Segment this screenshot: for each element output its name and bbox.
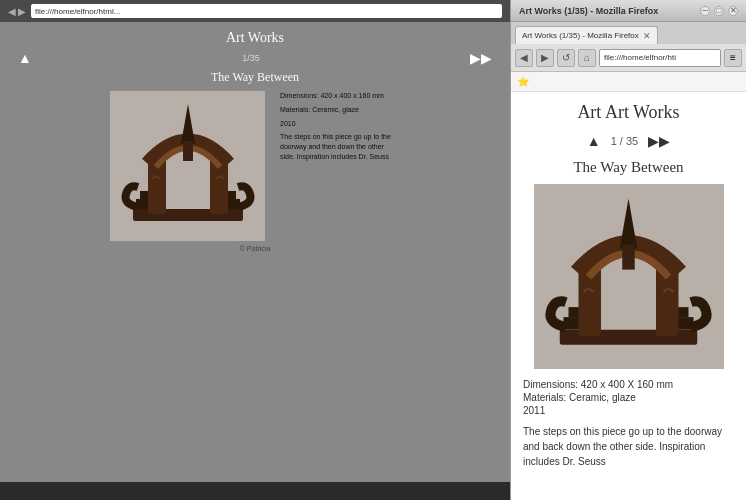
firefox-window-controls: ─ □ ✕ [700, 6, 738, 16]
left-sculpture [110, 91, 265, 241]
left-page-title: Art Works [226, 30, 284, 46]
firefox-bookmark-bar: ⭐ [511, 72, 746, 92]
left-pagination: 1/35 [242, 53, 260, 63]
left-artwork-info: Dimensions: 420 x 400 x 160 mm Materials… [280, 91, 400, 166]
forward-icon: ▶ [541, 52, 549, 63]
sculpture-svg-left [118, 99, 258, 234]
right-browser-panel: Art Works (1/35) - Mozilla Firefox ─ □ ✕… [510, 0, 746, 500]
sculpture-svg-right [541, 189, 716, 364]
left-nav-arrows[interactable]: ◀ ▶ [8, 6, 26, 17]
bookmark-icon: ⭐ [517, 76, 529, 87]
left-page-content: Art Works ▲ 1/35 ▶▶ The Way Between [0, 22, 510, 482]
ff-year: 2011 [523, 405, 734, 416]
close-button[interactable]: ✕ [728, 6, 738, 16]
ff-sculpture [534, 184, 724, 369]
back-icon: ◀ [520, 52, 528, 63]
left-artwork-container: Dimensions: 420 x 400 x 160 mm Materials… [110, 91, 400, 241]
ff-artwork-title: The Way Between [523, 159, 734, 176]
left-credit: © Patricia [240, 245, 270, 252]
reload-button[interactable]: ↺ [557, 49, 575, 67]
svg-rect-17 [622, 245, 635, 270]
forward-button[interactable]: ▶ [536, 49, 554, 67]
firefox-page-content: Art Art Works ▲ 1 / 35 ▶▶ The Way Betwee… [511, 92, 746, 500]
ff-artwork-image [534, 184, 724, 369]
left-nav-row: ▲ 1/35 ▶▶ [8, 50, 502, 66]
left-next-arrows[interactable]: ▶▶ [470, 50, 492, 66]
svg-marker-7 [181, 104, 195, 144]
left-browser-panel: ◀ ▶ file:///home/elfnor/html... Art Work… [0, 0, 510, 500]
ff-page-title: Art Art Works [523, 102, 734, 123]
left-url-text: file:///home/elfnor/html... [35, 7, 120, 16]
firefox-title-bar: Art Works (1/35) - Mozilla Firefox ─ □ ✕ [511, 0, 746, 22]
firefox-menu-button[interactable]: ≡ [724, 49, 742, 67]
left-description: The steps on this piece go up to the doo… [280, 132, 400, 161]
ff-page-indicator: 1 / 35 [611, 135, 639, 147]
ff-dimensions: Dimensions: 420 x 400 X 160 mm [523, 379, 734, 390]
svg-rect-8 [183, 141, 193, 161]
active-tab[interactable]: Art Works (1/35) - Mozilla Firefox ✕ [515, 26, 658, 44]
firefox-url-text: file:///home/elfnor/hti [604, 53, 676, 62]
firefox-address-box[interactable]: file:///home/elfnor/hti [599, 49, 721, 67]
ff-up-arrow[interactable]: ▲ [587, 133, 601, 149]
firefox-toolbar: ◀ ▶ ↺ ⌂ file:///home/elfnor/hti ≡ [511, 44, 746, 72]
ff-gallery-nav: ▲ 1 / 35 ▶▶ [523, 133, 734, 149]
left-up-arrow[interactable]: ▲ [18, 50, 32, 66]
ff-description: The steps on this piece go up to the doo… [523, 424, 734, 469]
left-dimensions: Dimensions: 420 x 400 x 160 mm [280, 91, 400, 101]
left-artwork-title: The Way Between [211, 70, 299, 85]
home-icon: ⌂ [584, 52, 590, 63]
firefox-tab-bar: Art Works (1/35) - Mozilla Firefox ✕ [511, 22, 746, 44]
maximize-icon: □ [717, 6, 722, 15]
close-icon: ✕ [730, 6, 737, 15]
left-address-bar: ◀ ▶ file:///home/elfnor/html... [0, 0, 510, 22]
left-materials: Materials: Ceramic, glaze [280, 105, 400, 115]
tab-label: Art Works (1/35) - Mozilla Firefox [522, 31, 639, 40]
back-button[interactable]: ◀ [515, 49, 533, 67]
menu-icon: ≡ [730, 52, 736, 63]
ff-next-arrows[interactable]: ▶▶ [648, 133, 670, 149]
reload-icon: ↺ [562, 52, 570, 63]
maximize-button[interactable]: □ [714, 6, 724, 16]
tab-close-icon[interactable]: ✕ [643, 31, 651, 41]
home-button[interactable]: ⌂ [578, 49, 596, 67]
left-artwork-image [110, 91, 265, 241]
left-year: 2010 [280, 119, 400, 129]
left-back-btn[interactable]: ◀ [8, 6, 16, 17]
firefox-window-title: Art Works (1/35) - Mozilla Firefox [519, 6, 658, 16]
minimize-button[interactable]: ─ [700, 6, 710, 16]
ff-materials: Materials: Ceramic, glaze [523, 392, 734, 403]
svg-marker-16 [620, 198, 638, 248]
left-url-box[interactable]: file:///home/elfnor/html... [31, 4, 502, 18]
left-forward-btn[interactable]: ▶ [18, 6, 26, 17]
minimize-icon: ─ [702, 6, 708, 15]
